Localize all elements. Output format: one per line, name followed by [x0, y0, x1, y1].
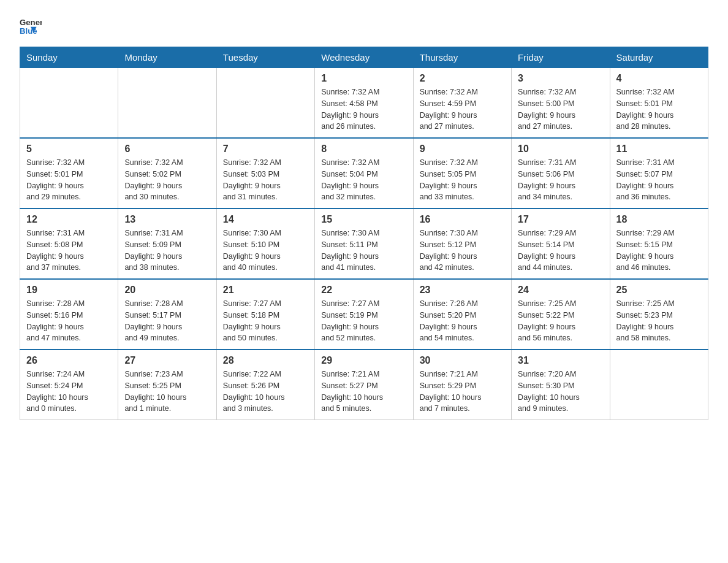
calendar-table: SundayMondayTuesdayWednesdayThursdayFrid…: [20, 47, 708, 420]
day-info: Sunrise: 7:32 AM Sunset: 5:01 PM Dayligh…: [616, 86, 702, 132]
calendar-day-24: 24Sunrise: 7:25 AM Sunset: 5:22 PM Dayli…: [512, 279, 610, 350]
day-number: 23: [420, 285, 505, 296]
calendar-day-18: 18Sunrise: 7:29 AM Sunset: 5:15 PM Dayli…: [610, 209, 708, 279]
calendar-day-13: 13Sunrise: 7:31 AM Sunset: 5:09 PM Dayli…: [118, 209, 216, 279]
calendar-day-3: 3Sunrise: 7:32 AM Sunset: 5:00 PM Daylig…: [512, 68, 610, 139]
empty-cell: [216, 68, 314, 139]
page-header: General Blue: [20, 15, 708, 37]
day-info: Sunrise: 7:27 AM Sunset: 5:18 PM Dayligh…: [223, 298, 308, 344]
calendar-day-25: 25Sunrise: 7:25 AM Sunset: 5:23 PM Dayli…: [610, 279, 708, 350]
calendar-week-row: 26Sunrise: 7:24 AM Sunset: 5:24 PM Dayli…: [20, 350, 708, 420]
day-info: Sunrise: 7:31 AM Sunset: 5:08 PM Dayligh…: [26, 228, 112, 274]
calendar-day-27: 27Sunrise: 7:23 AM Sunset: 5:25 PM Dayli…: [118, 350, 216, 420]
day-number: 11: [616, 144, 702, 155]
calendar-day-12: 12Sunrise: 7:31 AM Sunset: 5:08 PM Dayli…: [20, 209, 118, 279]
day-info: Sunrise: 7:23 AM Sunset: 5:25 PM Dayligh…: [124, 369, 210, 415]
day-number: 27: [124, 355, 210, 366]
day-info: Sunrise: 7:27 AM Sunset: 5:19 PM Dayligh…: [321, 298, 406, 344]
day-info: Sunrise: 7:32 AM Sunset: 5:03 PM Dayligh…: [223, 157, 308, 203]
day-info: Sunrise: 7:31 AM Sunset: 5:09 PM Dayligh…: [124, 228, 210, 274]
day-number: 2: [420, 73, 505, 84]
day-info: Sunrise: 7:26 AM Sunset: 5:20 PM Dayligh…: [420, 298, 505, 344]
day-info: Sunrise: 7:20 AM Sunset: 5:30 PM Dayligh…: [518, 369, 603, 415]
calendar-day-10: 10Sunrise: 7:31 AM Sunset: 5:06 PM Dayli…: [512, 138, 610, 209]
day-info: Sunrise: 7:32 AM Sunset: 5:00 PM Dayligh…: [518, 86, 603, 132]
day-info: Sunrise: 7:31 AM Sunset: 5:06 PM Dayligh…: [518, 157, 603, 203]
day-info: Sunrise: 7:29 AM Sunset: 5:15 PM Dayligh…: [616, 228, 702, 274]
weekday-header-tuesday: Tuesday: [216, 47, 314, 68]
day-info: Sunrise: 7:25 AM Sunset: 5:23 PM Dayligh…: [616, 298, 702, 344]
logo-icon: General Blue: [20, 15, 42, 37]
day-info: Sunrise: 7:32 AM Sunset: 5:05 PM Dayligh…: [420, 157, 505, 203]
calendar-day-2: 2Sunrise: 7:32 AM Sunset: 4:59 PM Daylig…: [413, 68, 511, 139]
calendar-day-9: 9Sunrise: 7:32 AM Sunset: 5:05 PM Daylig…: [413, 138, 511, 209]
weekday-header-sunday: Sunday: [20, 47, 118, 68]
calendar-day-15: 15Sunrise: 7:30 AM Sunset: 5:11 PM Dayli…: [315, 209, 413, 279]
day-number: 13: [124, 214, 210, 225]
calendar-day-17: 17Sunrise: 7:29 AM Sunset: 5:14 PM Dayli…: [512, 209, 610, 279]
calendar-day-23: 23Sunrise: 7:26 AM Sunset: 5:20 PM Dayli…: [413, 279, 511, 350]
day-number: 31: [518, 355, 603, 366]
empty-cell: [610, 350, 708, 420]
weekday-header-monday: Monday: [118, 47, 216, 68]
day-number: 10: [518, 144, 603, 155]
day-info: Sunrise: 7:28 AM Sunset: 5:16 PM Dayligh…: [26, 298, 112, 344]
day-info: Sunrise: 7:22 AM Sunset: 5:26 PM Dayligh…: [223, 369, 308, 415]
calendar-week-row: 12Sunrise: 7:31 AM Sunset: 5:08 PM Dayli…: [20, 209, 708, 279]
day-number: 17: [518, 214, 603, 225]
calendar-day-20: 20Sunrise: 7:28 AM Sunset: 5:17 PM Dayli…: [118, 279, 216, 350]
day-number: 6: [124, 144, 210, 155]
calendar-day-22: 22Sunrise: 7:27 AM Sunset: 5:19 PM Dayli…: [315, 279, 413, 350]
calendar-day-26: 26Sunrise: 7:24 AM Sunset: 5:24 PM Dayli…: [20, 350, 118, 420]
day-number: 15: [321, 214, 406, 225]
calendar-week-row: 1Sunrise: 7:32 AM Sunset: 4:58 PM Daylig…: [20, 68, 708, 139]
day-number: 16: [420, 214, 505, 225]
logo: General Blue: [20, 15, 43, 37]
svg-text:Blue: Blue: [20, 26, 37, 36]
calendar-week-row: 5Sunrise: 7:32 AM Sunset: 5:01 PM Daylig…: [20, 138, 708, 209]
day-info: Sunrise: 7:32 AM Sunset: 5:02 PM Dayligh…: [124, 157, 210, 203]
weekday-header-saturday: Saturday: [610, 47, 708, 68]
calendar-week-row: 19Sunrise: 7:28 AM Sunset: 5:16 PM Dayli…: [20, 279, 708, 350]
weekday-header-row: SundayMondayTuesdayWednesdayThursdayFrid…: [20, 47, 708, 68]
calendar-day-8: 8Sunrise: 7:32 AM Sunset: 5:04 PM Daylig…: [315, 138, 413, 209]
day-info: Sunrise: 7:21 AM Sunset: 5:27 PM Dayligh…: [321, 369, 406, 415]
calendar-day-11: 11Sunrise: 7:31 AM Sunset: 5:07 PM Dayli…: [610, 138, 708, 209]
day-info: Sunrise: 7:31 AM Sunset: 5:07 PM Dayligh…: [616, 157, 702, 203]
day-number: 20: [124, 285, 210, 296]
calendar-day-29: 29Sunrise: 7:21 AM Sunset: 5:27 PM Dayli…: [315, 350, 413, 420]
calendar-day-21: 21Sunrise: 7:27 AM Sunset: 5:18 PM Dayli…: [216, 279, 314, 350]
day-number: 4: [616, 73, 702, 84]
weekday-header-friday: Friday: [512, 47, 610, 68]
day-info: Sunrise: 7:32 AM Sunset: 5:01 PM Dayligh…: [26, 157, 112, 203]
day-number: 9: [420, 144, 505, 155]
calendar-day-6: 6Sunrise: 7:32 AM Sunset: 5:02 PM Daylig…: [118, 138, 216, 209]
day-info: Sunrise: 7:30 AM Sunset: 5:12 PM Dayligh…: [420, 228, 505, 274]
weekday-header-wednesday: Wednesday: [315, 47, 413, 68]
calendar-day-28: 28Sunrise: 7:22 AM Sunset: 5:26 PM Dayli…: [216, 350, 314, 420]
calendar-day-5: 5Sunrise: 7:32 AM Sunset: 5:01 PM Daylig…: [20, 138, 118, 209]
day-number: 19: [26, 285, 112, 296]
day-info: Sunrise: 7:32 AM Sunset: 4:59 PM Dayligh…: [420, 86, 505, 132]
day-number: 3: [518, 73, 603, 84]
day-number: 26: [26, 355, 112, 366]
calendar-day-16: 16Sunrise: 7:30 AM Sunset: 5:12 PM Dayli…: [413, 209, 511, 279]
day-info: Sunrise: 7:32 AM Sunset: 5:04 PM Dayligh…: [321, 157, 406, 203]
day-number: 14: [223, 214, 308, 225]
calendar-day-30: 30Sunrise: 7:21 AM Sunset: 5:29 PM Dayli…: [413, 350, 511, 420]
day-number: 5: [26, 144, 112, 155]
day-number: 12: [26, 214, 112, 225]
day-info: Sunrise: 7:24 AM Sunset: 5:24 PM Dayligh…: [26, 369, 112, 415]
day-number: 30: [420, 355, 505, 366]
day-info: Sunrise: 7:30 AM Sunset: 5:10 PM Dayligh…: [223, 228, 308, 274]
day-number: 7: [223, 144, 308, 155]
day-info: Sunrise: 7:25 AM Sunset: 5:22 PM Dayligh…: [518, 298, 603, 344]
day-info: Sunrise: 7:30 AM Sunset: 5:11 PM Dayligh…: [321, 228, 406, 274]
day-number: 28: [223, 355, 308, 366]
day-info: Sunrise: 7:28 AM Sunset: 5:17 PM Dayligh…: [124, 298, 210, 344]
calendar-day-4: 4Sunrise: 7:32 AM Sunset: 5:01 PM Daylig…: [610, 68, 708, 139]
day-number: 8: [321, 144, 406, 155]
weekday-header-thursday: Thursday: [413, 47, 511, 68]
empty-cell: [20, 68, 118, 139]
calendar-day-7: 7Sunrise: 7:32 AM Sunset: 5:03 PM Daylig…: [216, 138, 314, 209]
